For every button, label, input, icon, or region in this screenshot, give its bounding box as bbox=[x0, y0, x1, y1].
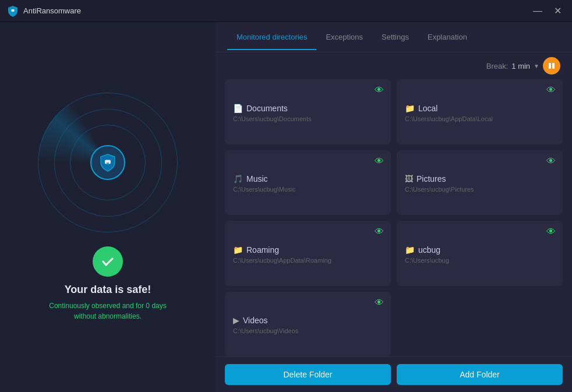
break-value: 1 min bbox=[511, 62, 530, 70]
dir-icon-documents: 📄 bbox=[233, 104, 243, 113]
window-controls: — ✕ bbox=[530, 3, 565, 19]
dir-icon-roaming: 📁 bbox=[233, 245, 243, 255]
break-bar: Break: 1 min ▼ bbox=[216, 52, 572, 79]
dir-name-videos: ▶ Videos bbox=[233, 316, 383, 325]
radar-center bbox=[90, 145, 125, 180]
pause-button[interactable] bbox=[543, 57, 560, 75]
dir-card-pictures[interactable]: 👁 🖼 Pictures C:\Users\ucbug\Pictures bbox=[397, 150, 563, 216]
dir-name-ucbug: 📁 ucbug bbox=[405, 245, 555, 255]
shield-icon bbox=[98, 153, 117, 172]
dir-card-music[interactable]: 👁 🎵 Music C:\Users\ucbug\Music bbox=[225, 150, 391, 216]
svg-point-1 bbox=[12, 10, 13, 11]
status-title: Your data is safe! bbox=[65, 284, 151, 296]
svg-rect-6 bbox=[552, 63, 555, 69]
svg-rect-5 bbox=[549, 63, 551, 69]
dir-icon-local: 📁 bbox=[405, 104, 415, 113]
dir-card-roaming[interactable]: 👁 📁 Roaming C:\Users\ucbug\AppData\Roami… bbox=[225, 221, 391, 286]
add-folder-button[interactable]: Add Folder bbox=[397, 364, 563, 385]
tab-exceptions[interactable]: Exceptions bbox=[316, 24, 372, 50]
eye-icon-local: 👁 bbox=[546, 85, 556, 96]
dir-name-pictures: 🖼 Pictures bbox=[405, 174, 555, 183]
close-button[interactable]: ✕ bbox=[550, 3, 565, 19]
break-label: Break: bbox=[486, 62, 509, 70]
dir-path-documents: C:\Users\ucbug\Documents bbox=[233, 115, 383, 122]
directories-grid: 👁 📄 Documents C:\Users\ucbug\Documents 👁… bbox=[216, 79, 572, 356]
dir-name-documents: 📄 Documents bbox=[233, 104, 383, 113]
left-panel: Your data is safe! Continuously observed… bbox=[0, 22, 216, 392]
dir-path-pictures: C:\Users\ucbug\Pictures bbox=[405, 186, 555, 193]
titlebar: AntiRansomware — ✕ bbox=[0, 0, 572, 22]
svg-rect-4 bbox=[107, 161, 109, 163]
dir-path-local: C:\Users\ucbug\AppData\Local bbox=[405, 115, 555, 122]
dir-name-music: 🎵 Music bbox=[233, 174, 383, 183]
dir-icon-pictures: 🖼 bbox=[405, 174, 413, 183]
app-title: AntiRansomware bbox=[23, 6, 530, 15]
dir-path-videos: C:\Users\ucbug\Videos bbox=[233, 327, 383, 334]
dir-icon-music: 🎵 bbox=[233, 174, 243, 183]
tabs-bar: Monitored directories Exceptions Setting… bbox=[216, 22, 572, 52]
eye-icon-music: 👁 bbox=[375, 156, 384, 167]
app-icon bbox=[7, 5, 19, 17]
dir-name-local: 📁 Local bbox=[405, 104, 555, 113]
delete-folder-button[interactable]: Delete Folder bbox=[225, 364, 391, 385]
eye-icon-roaming: 👁 bbox=[375, 227, 384, 237]
dir-path-ucbug: C:\Users\ucbug bbox=[405, 257, 555, 264]
dir-card-local[interactable]: 👁 📁 Local C:\Users\ucbug\AppData\Local bbox=[397, 79, 563, 144]
eye-icon-pictures: 👁 bbox=[546, 156, 556, 167]
minimize-button[interactable]: — bbox=[530, 3, 545, 19]
dir-icon-videos: ▶ bbox=[233, 316, 239, 325]
tab-settings[interactable]: Settings bbox=[372, 24, 418, 50]
tab-explanation[interactable]: Explanation bbox=[418, 24, 476, 50]
dir-name-roaming: 📁 Roaming bbox=[233, 245, 383, 255]
dir-path-music: C:\Users\ucbug\Music bbox=[233, 186, 383, 193]
dir-card-documents[interactable]: 👁 📄 Documents C:\Users\ucbug\Documents bbox=[225, 79, 391, 144]
bottom-bar: Delete Folder Add Folder bbox=[216, 356, 572, 392]
dir-path-roaming: C:\Users\ucbug\AppData\Roaming bbox=[233, 257, 383, 264]
eye-icon-videos: 👁 bbox=[375, 298, 384, 308]
right-panel: Monitored directories Exceptions Setting… bbox=[216, 22, 572, 392]
status-check-icon bbox=[93, 246, 123, 277]
break-dropdown-icon[interactable]: ▼ bbox=[534, 63, 539, 69]
dir-card-videos[interactable]: 👁 ▶ Videos C:\Users\ucbug\Videos bbox=[225, 292, 391, 357]
eye-icon-documents: 👁 bbox=[375, 85, 384, 96]
main-content: Your data is safe! Continuously observed… bbox=[0, 22, 572, 392]
dir-card-ucbug[interactable]: 👁 📁 ucbug C:\Users\ucbug bbox=[397, 221, 563, 286]
status-subtitle: Continuously observed and for 0 dayswith… bbox=[49, 301, 166, 322]
radar-animation bbox=[38, 93, 178, 232]
eye-icon-ucbug: 👁 bbox=[546, 227, 556, 237]
tab-monitored-directories[interactable]: Monitored directories bbox=[227, 24, 316, 50]
dir-icon-ucbug: 📁 bbox=[405, 245, 415, 255]
